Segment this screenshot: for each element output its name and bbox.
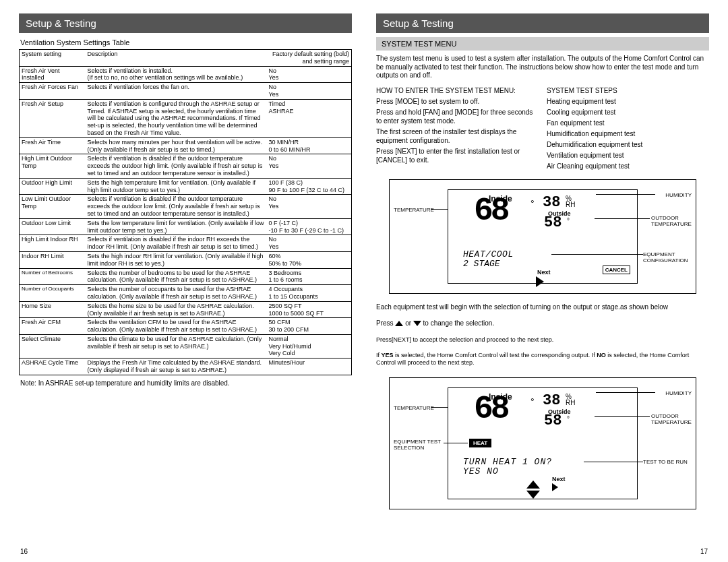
table-row: ASHRAE Cycle TimeDisplays the Fresh Air …	[20, 358, 352, 375]
table-row: Fresh Air CFMSelects the ventilation CFM…	[20, 318, 352, 335]
table-row: Fresh Air Vent InstalledSelects if venti…	[20, 66, 352, 83]
next-label: Next	[537, 269, 551, 276]
humidity-unit: %RH	[566, 195, 575, 208]
table-row: High Limit Indoor RHSelects if ventilati…	[20, 235, 352, 252]
cell: No Yes	[267, 235, 352, 252]
cell: Selects if ventilation forces the fan on…	[86, 83, 267, 100]
section-banner: Setup & Testing	[376, 13, 709, 33]
cell: No Yes	[267, 83, 352, 100]
cell: Select Climate	[20, 334, 86, 358]
test-step: Dehumidification equipment test	[547, 140, 709, 149]
table-row: Select ClimateSelects the climate to be …	[20, 334, 352, 358]
table-note: Note: In ASHRAE set-up temperature and h…	[20, 379, 352, 387]
indoor-temp: 68	[474, 391, 508, 427]
test-step: Cooling equipment test	[547, 108, 709, 117]
humidity-unit: %RH	[566, 394, 575, 406]
cancel-button[interactable]: CANCEL	[603, 266, 630, 274]
indoor-temp: 68	[474, 193, 508, 229]
label-temperature: TEMPERATURE	[394, 405, 434, 411]
test-step: Fan equipment test	[547, 119, 709, 127]
settings-table: System setting Description Factory defau…	[19, 49, 352, 375]
cell: Number of Occupants	[20, 285, 86, 302]
cell: Selects the number of occupants to be us…	[86, 285, 267, 302]
cell: Minutes/Hour	[267, 358, 352, 375]
cell: Selects if ventilation is disabled if th…	[86, 154, 267, 178]
th-default: Factory default setting (bold) and setti…	[267, 50, 352, 67]
table-row: Fresh Air Forces FanSelects if ventilati…	[20, 83, 352, 100]
next-label: Next	[552, 476, 566, 482]
howto-step: The first screen of the installer test d…	[376, 127, 539, 145]
table-row: Fresh Air TimeSelects how many minutes p…	[20, 137, 352, 154]
cell: Normal Very Hot/Humid Very Cold	[267, 334, 352, 358]
section-banner: Setup & Testing	[19, 13, 352, 33]
cell: Low Limit Outdoor Temp	[20, 195, 86, 218]
outdoor-temp: 58	[544, 214, 562, 231]
table-row: Fresh Air SetupSelects if ventilation is…	[20, 99, 352, 137]
howto-step: Press [NEXT] to enter the first installa…	[376, 147, 539, 164]
how-to-column: HOW TO ENTER THE SYSTEM TEST MENU: Press…	[376, 84, 539, 173]
up-button[interactable]	[526, 480, 540, 489]
humidity-value: 38	[543, 194, 560, 211]
cell: No Yes	[267, 154, 352, 178]
table-title: Ventilation System Settings Table	[20, 38, 352, 46]
next-icon[interactable]	[536, 276, 544, 287]
test-step: Air Cleaning equipment test	[547, 162, 709, 170]
cell: Sets the high temperature limit for vent…	[86, 178, 267, 195]
cell: 50 CFM 30 to 200 CFM	[267, 318, 352, 335]
test-step: Ventilation equipment test	[547, 151, 709, 160]
outdoor-temp: 58	[544, 412, 562, 429]
steps-heading: SYSTEM TEST STEPS	[547, 87, 709, 94]
cell: Number of Bedrooms	[20, 268, 86, 285]
page-number: 17	[700, 548, 708, 555]
label-outdoor-temp: OUTDOOR TEMPERATURE	[651, 413, 692, 425]
steps-column: SYSTEM TEST STEPS Heating equipment test…	[547, 84, 709, 173]
mid-text-3: Press[NEXT] to accept the selection and …	[376, 336, 709, 344]
yes-no: YES NO	[463, 466, 499, 476]
table-row: Number of BedroomsSelects the number of …	[20, 268, 352, 285]
label-equip-test-sel: EQUIPMENT TEST SELECTION	[394, 439, 444, 451]
two-column: HOW TO ENTER THE SYSTEM TEST MENU: Press…	[376, 84, 709, 173]
cell: Indoor RH Limit	[20, 251, 86, 268]
degree-icon: °	[530, 198, 535, 209]
down-icon	[413, 321, 421, 326]
lcd-diagram-2: TEMPERATURE HUMIDITY OUTDOOR TEMPERATURE…	[376, 377, 709, 509]
cell: Fresh Air Vent Installed	[20, 66, 86, 83]
howto-step: Press and hold [FAN] and [MODE] for thre…	[376, 108, 539, 125]
cell: 3 Bedrooms 1 to 6 rooms	[267, 268, 352, 285]
cell: 60% 50% to 70%	[267, 251, 352, 268]
mid-text-2: Press or to change the selection.	[376, 319, 709, 328]
table-row: Low Limit Outdoor TempSelects if ventila…	[20, 195, 352, 218]
cell: Fresh Air CFM	[20, 318, 86, 335]
howto-step: Press [MODE] to set system to off.	[376, 97, 539, 106]
cell: Fresh Air Time	[20, 137, 86, 154]
cell: ASHRAE Cycle Time	[20, 358, 86, 375]
cell: Selects the climate to be used for the A…	[86, 334, 267, 358]
label-test-to-run: TEST TO BE RUN	[643, 459, 692, 465]
cell: Selects the ventilation CFM to be used f…	[86, 318, 267, 335]
cell: No Yes	[267, 195, 352, 218]
cell: Selects if ventilation is installed. (If…	[86, 66, 267, 83]
cell: Selects if ventilation is disabled if th…	[86, 235, 267, 252]
cell: No Yes	[267, 66, 352, 83]
cell: 0 F (-17 C) -10 F to 30 F (-29 C to -1 C…	[267, 218, 352, 235]
table-row: High Limit Outdoor TempSelects if ventil…	[20, 154, 352, 178]
mid-text-4: If YES is selected, the Home Comfort Con…	[376, 352, 709, 367]
test-question: TURN HEAT 1 ON?	[463, 457, 552, 467]
up-icon	[395, 321, 403, 326]
cell: 4 Occupants 1 to 15 Occupants	[267, 285, 352, 302]
label-humidity: HUMIDITY	[665, 390, 692, 396]
right-page: Setup & Testing SYSTEM TEST MENU The sys…	[364, 13, 721, 555]
next-icon[interactable]	[552, 483, 558, 491]
lcd-screen: Inside 68 ° 38 %RH Outside 58 ° HEAT/COO…	[448, 189, 638, 284]
label-temperature: TEMPERATURE	[394, 207, 434, 213]
cell: 2500 SQ FT 1000 to 5000 SQ FT	[267, 301, 352, 318]
cell: 100 F (38 C) 90 F to 100 F (32 C to 44 C…	[267, 178, 352, 195]
cell: Outdoor High Limit	[20, 178, 86, 195]
degree-icon: °	[567, 415, 570, 423]
cell: Sets the low temperature limit for venti…	[86, 218, 267, 235]
down-button[interactable]	[526, 491, 540, 499]
cell: Displays the Fresh Air Time calculated b…	[86, 358, 267, 375]
cell: Outdoor Low Limit	[20, 218, 86, 235]
cell: Selects the number of bedrooms to be use…	[86, 268, 267, 285]
table-row: Home SizeSelects the home size to be use…	[20, 301, 352, 318]
